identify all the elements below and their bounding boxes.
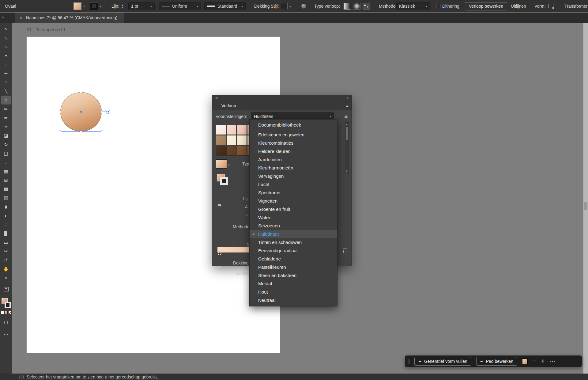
preset-menu-item[interactable]: ✓Gebladerte [250,255,337,263]
gradient-fill-preview[interactable] [216,159,227,169]
gradient-stop[interactable] [218,252,221,255]
fill-stroke-indicator[interactable] [2,298,11,308]
preset-menu-item[interactable]: ✓Vervagingen [250,172,337,180]
preset-menu-item[interactable]: ✓Hout [250,288,337,296]
curvature-tool[interactable]: ∿ [1,42,11,51]
zoom-tool[interactable]: ⌖ [1,273,11,282]
scroll-down-icon[interactable]: ▼ [345,170,348,173]
document-tab[interactable]: ✕ Naamloos-7* @ 56.47 % (CMYK/Voorverton… [15,13,124,23]
close-icon[interactable]: ✕ [19,16,22,20]
preset-swatch[interactable] [237,135,247,145]
fill-color-control[interactable]: ▾ [74,0,85,12]
gradient-button[interactable] [5,311,8,314]
linear-gradient-button[interactable] [344,3,351,10]
selection-bounding-box[interactable] [60,92,102,132]
preset-menu-item[interactable]: ✓Heldere kleuren [250,147,337,155]
expand-panel-icon[interactable]: » [2,15,4,19]
preset-menu-item[interactable]: ✓Aardetinten [250,155,337,164]
style-link[interactable]: Stijl: [271,0,279,12]
scroll-up-icon[interactable]: ▲ [345,123,348,126]
shape-link[interactable]: Vorm: [534,0,546,12]
selection-tool[interactable]: ↖ [1,25,11,33]
swatch-scrollbar[interactable]: ▲ ▼ [345,122,349,173]
preset-menu-item[interactable]: ✓Neutraal [250,296,337,304]
panel-stroke-proxy[interactable] [220,177,228,185]
angle-icon[interactable]: ∠ [244,204,248,209]
style-dropdown[interactable]: ▾ [281,0,291,12]
fill-swatch[interactable] [74,2,81,10]
free-transform-tool[interactable]: ▦ [1,167,11,176]
scrollbar-thumb[interactable] [584,202,587,210]
preset-menu-item[interactable]: ✓Kleurcombinaties [250,139,337,147]
selection-handle[interactable] [59,111,61,113]
align-link[interactable]: Uitlijnen [511,0,526,12]
pencil-tool[interactable]: ✏ [1,113,11,122]
gesture-icon[interactable]: ✌ [541,358,545,365]
eyedropper-tool[interactable]: ⧫ [1,202,11,211]
gradient-tool[interactable]: ▥ [1,193,11,202]
recolor-artwork-button[interactable] [301,0,307,12]
chevron-down-icon[interactable]: ▾ [228,163,230,167]
artboard-tool[interactable]: ▭ [1,238,11,247]
chevron-down-icon[interactable]: ▾ [289,5,291,8]
generative-fill-button[interactable]: ✦ Generatief vorm vullen [414,357,471,366]
scrollbar-thumb[interactable] [346,127,348,140]
close-icon[interactable]: ✕ [215,96,218,100]
rotate-tool[interactable]: ↻ [1,140,11,149]
chevron-down-icon[interactable]: ▾ [83,5,85,8]
screen-mode-icon[interactable]: ▢ [4,320,8,325]
preset-menu-item[interactable]: ✓Vignetten [250,197,337,205]
edit-path-button[interactable]: ✒ Pad bewerken [476,357,517,366]
hand-tool[interactable]: ✋ [1,264,11,273]
symbol-sprayer-tool[interactable]: ∴ [1,220,11,229]
shaper-tool[interactable]: ✧ [1,122,11,131]
preset-menu-item[interactable]: ✓Tinten en schaduwen [250,238,337,246]
ellipse-tool[interactable]: ○ [1,96,11,104]
selection-handle[interactable] [59,91,61,93]
radial-gradient-button[interactable] [353,3,360,10]
preset-menu-item[interactable]: ✓Huidtinten [250,230,337,238]
stroke-color-control[interactable]: ▾ [90,0,101,12]
selection-handle[interactable] [59,131,61,133]
taskbar-fill-swatch[interactable] [522,359,528,364]
preset-menu-item[interactable]: ✓Spectrums [250,188,337,197]
width-profile-dropdown[interactable]: Uniform ▾ [159,0,201,12]
stroke-weight-field[interactable]: 1 pt ▾ [128,2,155,10]
selection-handle[interactable] [80,91,82,93]
magic-wand-tool[interactable]: ✶ [1,51,11,60]
chevron-down-icon[interactable]: ▾ [150,5,152,8]
list-view-icon[interactable]: ≣ [344,114,348,119]
freeform-gradient-button[interactable] [363,3,370,10]
preset-menu-item[interactable]: ✓Metaal [250,279,337,288]
color-button[interactable] [1,311,4,314]
eraser-tool[interactable]: ◪ [1,131,11,140]
preset-menu-item[interactable]: ✓Pastelkleuren [250,263,337,271]
selection-handle[interactable] [101,131,103,133]
preset-menu-item[interactable]: ✓Groente en fruit [250,205,337,213]
more-options-icon[interactable]: ⋯ [550,358,555,365]
reverse-gradient-icon[interactable]: ⇋ [217,202,221,208]
preset-menu-item[interactable]: ✓Eenvoudige radiaal [250,246,337,255]
more-tools-icon[interactable]: ⋯ [4,331,9,337]
shape-properties-button[interactable] [548,0,553,12]
selection-handle[interactable] [80,131,82,133]
preset-swatch[interactable] [216,125,226,135]
stroke-weight-stepper[interactable]: ▴ ▾ [122,0,123,12]
preset-menu-item[interactable]: ✓Steen en baksteen [250,271,337,279]
stepper-down-icon[interactable]: ▾ [122,6,123,9]
stroke-proxy-swatch[interactable] [5,302,11,308]
right-scroll-strip[interactable] [583,23,588,374]
paintbrush-tool[interactable]: ✑ [1,104,11,113]
brush-dropdown[interactable]: Standaard ▾ [204,0,246,12]
type-tool[interactable]: T [1,78,11,87]
preset-menu-library-item[interactable]: Documentbibliotheek [250,120,337,129]
stroke-weight-link[interactable]: Lijn: [111,0,119,12]
edit-gradient-button[interactable]: Verloop bewerken [465,2,507,10]
help-question-icon[interactable]: ? [19,375,24,379]
selection-handle[interactable] [101,111,103,113]
preset-menu-item[interactable]: ✓Lucht [250,180,337,188]
transform-link[interactable]: Transformeren [564,0,588,12]
draw-mode-icon[interactable] [4,287,9,291]
preset-swatch[interactable] [237,146,247,156]
preset-swatch[interactable] [226,135,236,145]
